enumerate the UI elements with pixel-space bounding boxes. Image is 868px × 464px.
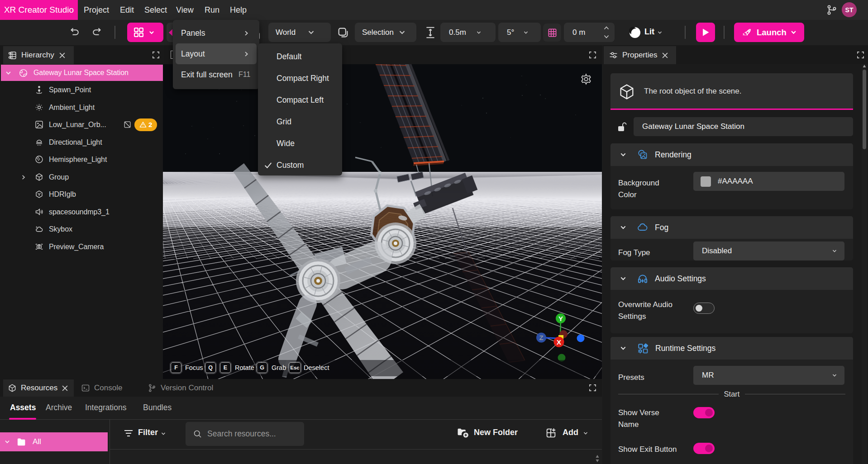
svg-text:X: X [557, 338, 561, 346]
svg-text:Y: Y [558, 315, 563, 322]
svg-text:Z: Z [539, 334, 543, 341]
